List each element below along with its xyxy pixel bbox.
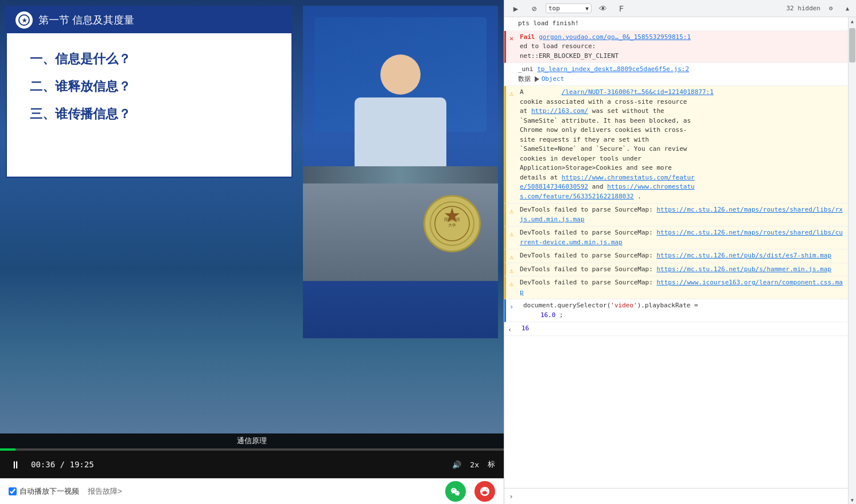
chromestatus-link-2[interactable]: https://www.chromestatu: [607, 183, 694, 190]
slide-content: 一、信息是什么？ 二、谁释放信息？ 三、谁传播信息？: [7, 33, 291, 150]
chevron-down-icon: ▼: [586, 6, 589, 11]
ban-icon: ⊘: [532, 4, 536, 13]
slide-area: ★ 第一节 信息及其度量 一、信息是什么？ 二、谁释放信息？ 三、谁传播信息？: [6, 6, 293, 178]
data-value[interactable]: Object: [535, 75, 565, 83]
presenter-area: 国防科技 大学: [303, 6, 498, 338]
cookie-text-2: at: [520, 107, 531, 115]
console-prompt-icon: ›: [509, 492, 513, 501]
devtools-play-button[interactable]: ▶: [509, 2, 523, 15]
play-icon: ⏸: [10, 459, 21, 471]
chromestatus-link-2b[interactable]: s.com/feature/5633521622188032: [520, 193, 634, 200]
speed-button[interactable]: 2x: [470, 460, 479, 469]
slide-title: 第一节 信息及其度量: [38, 13, 134, 27]
cookie-text-3: was set without the: [592, 107, 664, 115]
console-entry-warn-device: ⚠ DevTools failed to parse SourceMap: ht…: [504, 226, 848, 249]
auto-play-checkbox-label[interactable]: 自动播放下一视频: [9, 486, 79, 497]
cookie-text-7: `SameSite=None` and `Secure`. You can re…: [520, 145, 687, 153]
scroll-up-arrow[interactable]: ▲: [843, 5, 851, 13]
cookie-text-8: cookies in developer tools under: [520, 155, 641, 162]
video-background: ★ 第一节 信息及其度量 一、信息是什么？ 二、谁释放信息？ 三、谁传播信息？ …: [0, 0, 504, 448]
svg-text:★: ★: [22, 17, 28, 24]
warning-icon-6: ⚠: [509, 279, 513, 289]
devtools-f-button[interactable]: F: [614, 2, 628, 15]
cookie-text-9: Application>Storage>Cookies and see more: [520, 164, 672, 171]
error-link[interactable]: gorgon.youdao.com/go…_0&_1585532959815:1: [539, 33, 691, 41]
console-entry-output: ‹ 16: [504, 322, 848, 336]
bottom-bar: 自动播放下一视频 报告故障>: [0, 478, 504, 504]
error-text: ed to load resource:: [520, 42, 596, 50]
play-pause-button[interactable]: ⏸: [9, 458, 22, 471]
wechat-share-button[interactable]: [445, 481, 466, 502]
fail-label: Fail: [520, 33, 539, 41]
console-entry-warn-rxjs: ⚠ DevTools failed to parse SourceMap: ht…: [504, 204, 848, 226]
controls-bar: ⏸ 00:36 / 19:25 🔊 2x 标: [0, 451, 504, 478]
cookie-period: .: [637, 193, 641, 200]
es7-link[interactable]: https://mc.stu.126.net/pub/s/dist/es7-sh…: [656, 252, 831, 259]
console-input[interactable]: [516, 493, 843, 500]
console-entry-uni: _uni tp_learn_index_deskt…8809ce5dae6f5e…: [504, 63, 848, 86]
triangle-icon: [535, 76, 539, 82]
weibo-share-button[interactable]: [474, 481, 495, 502]
subtitle-bar: 通信原理: [0, 433, 504, 448]
report-link[interactable]: 报告故障>: [88, 486, 122, 497]
volume-button[interactable]: 🔊: [452, 460, 461, 469]
scroll-down-btn[interactable]: ▼: [849, 496, 857, 504]
code-rest: ).playbackRate =: [637, 302, 698, 309]
university-logo: 国防科技 大学: [423, 195, 481, 252]
learn-link[interactable]: /learn/NUDT-316006?t…56&cid=1214018877:1: [562, 88, 714, 96]
code-keyword: document.querySelector(: [523, 302, 610, 309]
devtools-main: pts load finish! ✕ Fail gorgon.youdao.co…: [504, 17, 848, 504]
code-value: [523, 311, 536, 319]
console-entry-user-input: › document.querySelector('video').playba…: [504, 299, 848, 322]
input-chevron-icon: ›: [509, 302, 513, 312]
video-panel: ★ 第一节 信息及其度量 一、信息是什么？ 二、谁释放信息？ 三、谁传播信息？ …: [0, 0, 504, 504]
devtools-right: pts load finish! ✕ Fail gorgon.youdao.co…: [504, 17, 856, 504]
slide-item-2: 二、谁释放信息？: [30, 78, 269, 95]
devtools-settings-button[interactable]: ⚙: [825, 3, 836, 14]
cookie-text-6: site requests if they are set with: [520, 136, 649, 143]
gear-icon: ⚙: [829, 5, 833, 12]
chromestatus-link-1b[interactable]: e/5088147346030592: [520, 183, 588, 190]
error-code: net::ERR_BLOCKED_BY_CLIENT: [520, 52, 618, 60]
f-label: F: [619, 4, 624, 13]
uni-label: _uni: [518, 65, 537, 73]
time-total: 19:25: [69, 460, 94, 469]
devtools-eye-button[interactable]: 👁: [596, 2, 610, 15]
cookie-text-4: `SameSite` attribute. It has been blocke…: [520, 117, 691, 124]
chromestatus-link-1[interactable]: https://www.chromestatus.com/featur: [562, 174, 695, 181]
console-entry-warn-es7: ⚠ DevTools failed to parse SourceMap: ht…: [504, 249, 848, 263]
console-content[interactable]: pts load finish! ✕ Fail gorgon.youdao.co…: [504, 17, 848, 488]
svg-text:大学: 大学: [448, 223, 456, 227]
warning-icon-2: ⚠: [509, 206, 513, 216]
auto-play-label: 自动播放下一视频: [20, 486, 79, 497]
report-label: 报告故障>: [88, 487, 122, 495]
163-link[interactable]: http://163.com/: [531, 107, 588, 115]
subtitle-button[interactable]: 标: [488, 459, 495, 470]
scroll-up-btn[interactable]: ▲: [849, 17, 857, 25]
warn-css-text: DevTools failed to parse SourceMap:: [520, 279, 656, 286]
uni-link[interactable]: tp_learn_index_deskt…8809ce5dae6f5e.js:2: [537, 65, 689, 73]
slide-item-1: 一、信息是什么？: [30, 50, 269, 68]
warning-prefix: A: [520, 88, 558, 96]
subtitle-btn-label: 标: [488, 460, 495, 468]
devtools-context-select[interactable]: top ▼: [546, 3, 592, 13]
code-string: 'video': [610, 302, 637, 309]
console-input-row: ›: [504, 488, 848, 504]
devtools-ban-button[interactable]: ⊘: [527, 2, 541, 15]
warn-rxjs-text: DevTools failed to parse SourceMap:: [520, 206, 656, 213]
slide-header-icon: ★: [15, 11, 33, 29]
console-entry-cookie-warning: ⚠ A /learn/NUDT-316006?t…56&cid=12140188…: [504, 86, 848, 204]
video-container: ★ 第一节 信息及其度量 一、信息是什么？ 二、谁释放信息？ 三、谁传播信息？ …: [0, 0, 504, 448]
time-display: 00:36 / 19:25: [31, 460, 94, 469]
warn-es7-text: DevTools failed to parse SourceMap:: [520, 252, 656, 259]
devtools-play-icon: ▶: [513, 4, 518, 13]
auto-play-checkbox[interactable]: [9, 487, 17, 495]
devtools-panel: ▶ ⊘ top ▼ 👁 F 32 hidden ⚙ ▲: [504, 0, 856, 504]
person-head: [380, 54, 421, 95]
cookie-and: and: [592, 183, 608, 190]
hammer-link[interactable]: https://mc.stu.126.net/pub/s/hammer.min.…: [656, 265, 831, 273]
console-entry-warn-hammer: ⚠ DevTools failed to parse SourceMap: ht…: [504, 263, 848, 277]
scroll-thumb[interactable]: [849, 28, 855, 62]
devtools-scrollbar[interactable]: ▲ ▼: [848, 17, 856, 504]
code-number: 16.0: [540, 311, 556, 319]
